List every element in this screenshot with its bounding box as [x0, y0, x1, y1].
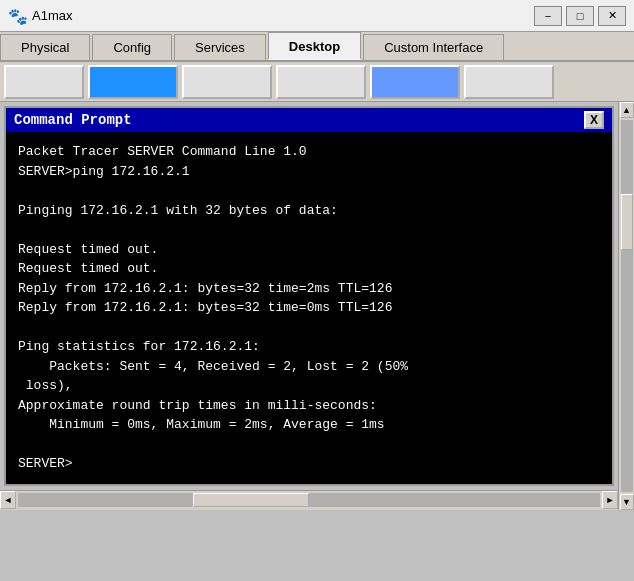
cmd-title: Command Prompt	[14, 112, 132, 128]
tab-custom-interface[interactable]: Custom Interface	[363, 34, 504, 60]
tab-config[interactable]: Config	[92, 34, 172, 60]
maximize-button[interactable]: □	[566, 6, 594, 26]
horizontal-scrollbar-track[interactable]	[18, 493, 600, 507]
icon-toolbar	[0, 62, 634, 102]
title-bar-controls: − □ ✕	[534, 6, 626, 26]
tab-physical[interactable]: Physical	[0, 34, 90, 60]
app-title: A1max	[32, 8, 72, 23]
toolbar-btn-2[interactable]	[88, 65, 178, 99]
cmd-title-bar: Command Prompt X	[6, 108, 612, 132]
scroll-up-button[interactable]: ▲	[620, 102, 634, 118]
bottom-scrollbar: ◄ ►	[0, 490, 618, 510]
scroll-left-button[interactable]: ◄	[0, 491, 16, 509]
right-scrollbar: ▲ ▼	[618, 102, 634, 510]
toolbar-btn-1[interactable]	[4, 65, 84, 99]
cmd-body[interactable]: Packet Tracer SERVER Command Line 1.0 SE…	[6, 132, 612, 484]
tab-services[interactable]: Services	[174, 34, 266, 60]
cmd-close-button[interactable]: X	[584, 111, 604, 129]
title-bar-left: 🐾 A1max	[8, 7, 72, 25]
title-bar: 🐾 A1max − □ ✕	[0, 0, 634, 32]
scroll-right-button[interactable]: ►	[602, 491, 618, 509]
vertical-scrollbar-track[interactable]	[621, 120, 633, 492]
toolbar-btn-4[interactable]	[276, 65, 366, 99]
toolbar-btn-3[interactable]	[182, 65, 272, 99]
tab-bar: Physical Config Services Desktop Custom …	[0, 32, 634, 62]
scroll-down-button[interactable]: ▼	[620, 494, 634, 510]
cmd-window: Command Prompt X Packet Tracer SERVER Co…	[4, 106, 614, 486]
toolbar-btn-5[interactable]	[370, 65, 460, 99]
minimize-button[interactable]: −	[534, 6, 562, 26]
vertical-scrollbar-thumb[interactable]	[621, 194, 633, 250]
outer-content: Command Prompt X Packet Tracer SERVER Co…	[0, 102, 634, 510]
tab-desktop[interactable]: Desktop	[268, 32, 361, 60]
toolbar-btn-6[interactable]	[464, 65, 554, 99]
app-icon: 🐾	[8, 7, 26, 25]
close-button[interactable]: ✕	[598, 6, 626, 26]
horizontal-scrollbar-thumb[interactable]	[193, 493, 309, 507]
content-area: Command Prompt X Packet Tracer SERVER Co…	[0, 102, 618, 510]
